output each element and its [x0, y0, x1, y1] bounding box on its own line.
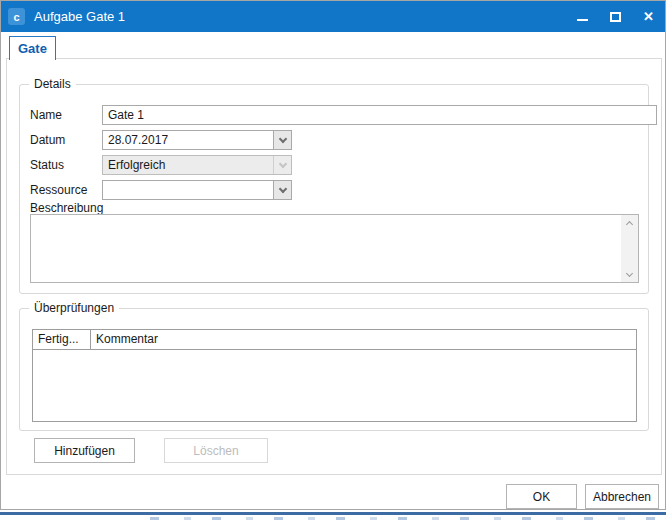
table-header: Fertig... Kommentar	[33, 330, 636, 350]
status-dropdown: Erfolgreich	[102, 155, 292, 175]
checks-legend: Überprüfungen	[29, 301, 119, 315]
chevron-down-icon[interactable]	[273, 131, 291, 149]
window-title: Aufgabe Gate 1	[34, 9, 125, 24]
maximize-icon	[610, 12, 621, 22]
chevron-down-icon	[273, 156, 291, 174]
scroll-down-icon[interactable]	[621, 266, 638, 282]
table-body[interactable]	[33, 350, 636, 421]
dialog-window: c Aufgabe Gate 1 ✕ Gate Details Name Dat…	[0, 0, 666, 510]
close-button[interactable]: ✕	[632, 1, 665, 32]
ok-button[interactable]: OK	[506, 484, 577, 509]
name-label: Name	[30, 105, 100, 125]
background-timeline-ticks	[150, 517, 666, 520]
status-label: Status	[30, 155, 100, 175]
name-input[interactable]	[102, 105, 657, 125]
app-icon: c	[8, 8, 25, 25]
tab-gate[interactable]: Gate	[9, 36, 56, 60]
details-legend: Details	[29, 77, 76, 91]
ressource-dropdown[interactable]	[102, 180, 292, 200]
background-app-strip	[0, 510, 666, 521]
background-timeline-bar	[0, 512, 666, 515]
status-value: Erfolgreich	[103, 158, 273, 172]
ressource-label: Ressource	[30, 180, 100, 200]
window-controls: ✕	[566, 1, 665, 32]
description-textarea[interactable]	[30, 214, 639, 283]
chevron-down-icon[interactable]	[273, 181, 291, 199]
vertical-scrollbar[interactable]	[621, 215, 638, 282]
checks-table[interactable]: Fertig... Kommentar	[32, 329, 637, 422]
minimize-icon	[577, 19, 588, 21]
minimize-button[interactable]	[566, 1, 599, 32]
title-bar[interactable]: c Aufgabe Gate 1 ✕	[1, 1, 665, 32]
datum-value: 28.07.2017	[103, 133, 273, 147]
cancel-button[interactable]: Abbrechen	[585, 484, 659, 509]
delete-button: Löschen	[164, 438, 268, 463]
datum-label: Datum	[30, 130, 100, 150]
close-icon: ✕	[643, 10, 654, 23]
checks-groupbox: Überprüfungen Fertig... Kommentar	[19, 308, 649, 431]
maximize-button[interactable]	[599, 1, 632, 32]
add-button[interactable]: Hinzufügen	[34, 438, 135, 463]
details-groupbox: Details Name Datum 28.07.2017 Status Erf…	[19, 84, 649, 294]
column-header-done[interactable]: Fertig...	[33, 330, 91, 349]
scroll-up-icon[interactable]	[621, 215, 638, 231]
column-header-comment[interactable]: Kommentar	[91, 330, 636, 349]
datum-dropdown[interactable]: 28.07.2017	[102, 130, 292, 150]
